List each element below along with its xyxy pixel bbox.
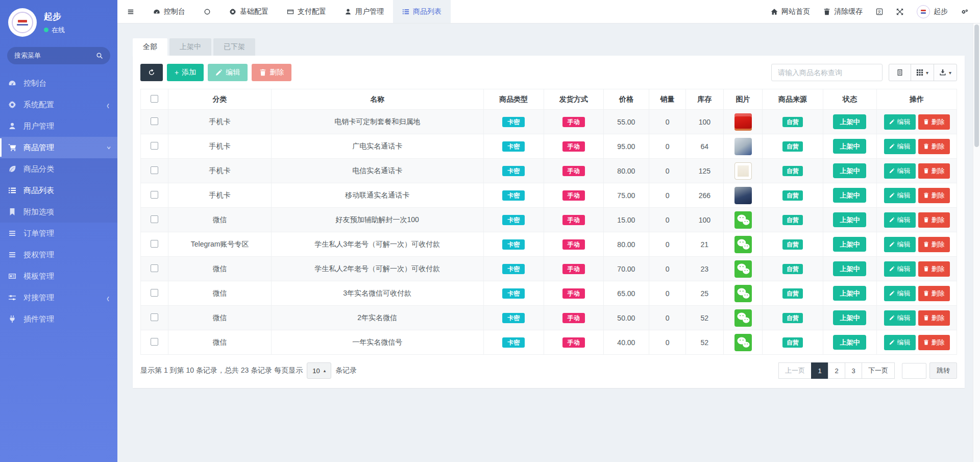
status-badge[interactable]: 上架中: [833, 212, 866, 227]
row-checkbox[interactable]: [151, 264, 158, 272]
product-image-wechat-icon[interactable]: [734, 236, 752, 253]
row-edit-button[interactable]: 编辑: [884, 188, 916, 203]
sidebar-item-goods-list[interactable]: 商品列表: [0, 180, 117, 201]
row-delete-button[interactable]: 删除: [918, 114, 950, 130]
menu-toggle-button[interactable]: [117, 0, 144, 23]
scrollbar[interactable]: [973, 23, 980, 462]
edit-button[interactable]: 编辑: [208, 64, 248, 81]
row-checkbox[interactable]: [151, 313, 158, 321]
status-badge[interactable]: 上架中: [833, 163, 866, 178]
product-image[interactable]: [734, 187, 752, 204]
sidebar-item-api-mgmt[interactable]: 对接管理‹: [0, 287, 117, 308]
row-checkbox[interactable]: [151, 289, 158, 297]
sidebar-item-plugin-mgmt[interactable]: 插件管理: [0, 308, 117, 330]
sidebar-item-user-mgmt[interactable]: 用户管理: [0, 115, 117, 137]
page-number-button[interactable]: 2: [828, 362, 845, 379]
per-page-select[interactable]: 10 ▴: [307, 362, 331, 379]
common-search-button[interactable]: [889, 64, 911, 81]
row-edit-button[interactable]: 编辑: [884, 212, 916, 228]
select-all-checkbox[interactable]: [151, 95, 158, 103]
sidebar-item-auth-mgmt[interactable]: 授权管理: [0, 244, 117, 265]
sidebar-item-template-mgmt[interactable]: 模板管理: [0, 265, 117, 287]
row-checkbox[interactable]: [151, 117, 158, 125]
sidebar-search-input[interactable]: 搜索菜单: [7, 47, 110, 64]
row-edit-button[interactable]: 编辑: [884, 237, 916, 252]
row-delete-button[interactable]: 删除: [918, 286, 950, 301]
page-number-button[interactable]: 3: [845, 362, 862, 379]
sidebar-item-goods-category[interactable]: 商品分类: [0, 158, 117, 180]
row-edit-button[interactable]: 编辑: [884, 261, 916, 277]
row-delete-button[interactable]: 删除: [918, 237, 950, 252]
topnav-tab-user-mgmt[interactable]: 用户管理: [335, 0, 393, 23]
filter-tab-0[interactable]: 全部: [133, 38, 167, 56]
product-image[interactable]: [734, 138, 752, 155]
row-checkbox[interactable]: [151, 191, 158, 199]
add-button[interactable]: + 添加: [167, 64, 204, 81]
topnav-tab-pay-config[interactable]: 支付配置: [278, 0, 335, 23]
columns-button[interactable]: ▾: [911, 64, 934, 81]
topnav-tab-goods-list[interactable]: 商品列表: [393, 0, 451, 23]
row-delete-button[interactable]: 删除: [918, 335, 950, 350]
row-edit-button[interactable]: 编辑: [884, 310, 916, 326]
row-delete-button[interactable]: 删除: [918, 139, 950, 154]
row-edit-button[interactable]: 编辑: [884, 286, 916, 301]
refresh-button[interactable]: [140, 64, 163, 81]
product-image-wechat-icon[interactable]: [734, 285, 752, 302]
topnav-profile[interactable]: 起步: [910, 0, 954, 23]
row-delete-button[interactable]: 删除: [918, 163, 950, 179]
brand-avatar[interactable]: [8, 8, 37, 37]
status-badge[interactable]: 上架中: [833, 139, 866, 154]
status-badge[interactable]: 上架中: [833, 188, 866, 203]
sidebar-item-system-config[interactable]: 系统配置‹: [0, 94, 117, 115]
scrollbar-thumb[interactable]: [974, 25, 979, 147]
sidebar-item-console[interactable]: 控制台: [0, 72, 117, 94]
status-badge[interactable]: 上架中: [833, 261, 866, 276]
filter-tab-1[interactable]: 上架中: [169, 38, 211, 56]
topnav-clear-cache[interactable]: 清除缓存: [817, 0, 869, 23]
product-image[interactable]: [734, 162, 752, 180]
filter-tab-2[interactable]: 已下架: [213, 38, 255, 56]
sidebar-item-goods-mgmt[interactable]: 商品管理‹: [0, 137, 117, 158]
topnav-translate[interactable]: 文: [869, 0, 890, 23]
row-delete-button[interactable]: 删除: [918, 310, 950, 326]
product-image-wechat-icon[interactable]: [734, 334, 752, 351]
topnav-tab-base-config[interactable]: 基础配置: [220, 0, 278, 23]
status-badge[interactable]: 上架中: [833, 310, 866, 325]
delete-button[interactable]: 删除: [252, 64, 291, 81]
row-checkbox[interactable]: [151, 166, 158, 174]
row-edit-button[interactable]: 编辑: [884, 139, 916, 154]
sidebar-item-order-mgmt[interactable]: 订单管理: [0, 223, 117, 244]
jump-page-input[interactable]: [902, 363, 926, 379]
row-edit-button[interactable]: 编辑: [884, 114, 916, 130]
row-checkbox[interactable]: [151, 142, 158, 150]
topnav-fullscreen[interactable]: [890, 0, 910, 23]
row-edit-button[interactable]: 编辑: [884, 335, 916, 350]
topnav-site-home[interactable]: 网站首页: [764, 0, 817, 23]
next-page-button[interactable]: 下一页: [862, 362, 895, 379]
status-badge[interactable]: 上架中: [833, 237, 866, 252]
goods-search-input[interactable]: [771, 64, 883, 81]
topnav-settings[interactable]: [954, 0, 975, 23]
product-image-wechat-icon[interactable]: [734, 260, 752, 278]
export-button[interactable]: ▾: [934, 64, 957, 81]
row-checkbox[interactable]: [151, 338, 158, 346]
jump-button[interactable]: 跳转: [929, 362, 957, 379]
product-image-wechat-icon[interactable]: [734, 211, 752, 229]
row-delete-button[interactable]: 删除: [918, 188, 950, 203]
prev-page-button[interactable]: 上一页: [778, 362, 812, 379]
row-checkbox[interactable]: [151, 240, 158, 248]
status-badge[interactable]: 上架中: [833, 286, 866, 301]
row-delete-button[interactable]: 删除: [918, 261, 950, 277]
row-checkbox[interactable]: [151, 215, 158, 223]
page-number-button[interactable]: 1: [811, 362, 828, 379]
sidebar-item-extra-options[interactable]: 附加选项: [0, 201, 117, 223]
status-badge[interactable]: 上架中: [833, 114, 866, 129]
row-delete-button[interactable]: 删除: [918, 212, 950, 228]
product-image[interactable]: [734, 113, 752, 131]
status-badge[interactable]: 上架中: [833, 335, 866, 350]
topnav-tab-loading-tab[interactable]: [194, 0, 220, 23]
sidebar-menu: 控制台系统配置‹用户管理商品管理‹商品分类商品列表附加选项订单管理授权管理模板管…: [0, 72, 117, 330]
row-edit-button[interactable]: 编辑: [884, 163, 916, 179]
product-image-wechat-icon[interactable]: [734, 309, 752, 327]
topnav-tab-console[interactable]: 控制台: [144, 0, 194, 23]
